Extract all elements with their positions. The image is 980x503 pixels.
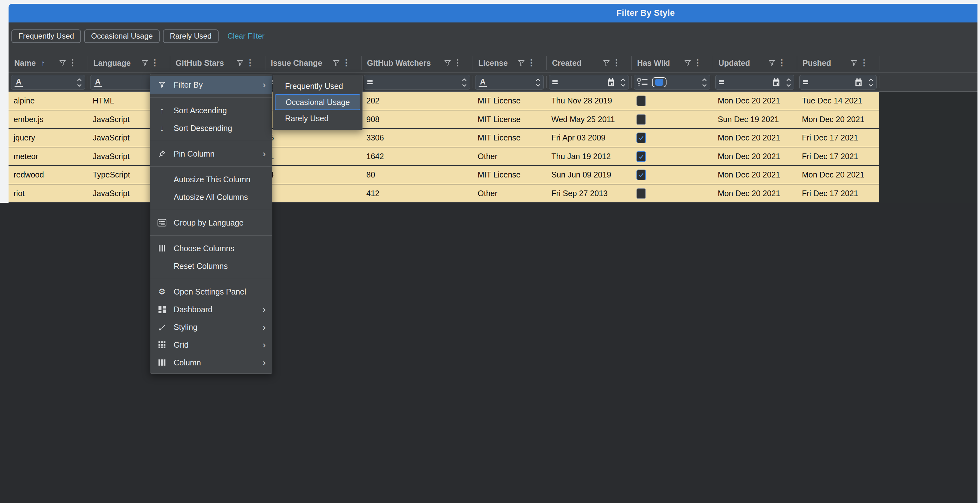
- table-row[interactable]: riot JavaScript 412 Other Fri Sep 27 201…: [8, 185, 879, 203]
- filter-options-spinner[interactable]: [620, 78, 626, 87]
- menu-item-group-by-language[interactable]: Group by Language: [150, 214, 272, 232]
- menu-item-choose-columns[interactable]: Choose Columns: [150, 239, 272, 257]
- github-watchers-filter-input[interactable]: [364, 75, 470, 89]
- column-header-updated[interactable]: Updated ⋮: [713, 53, 797, 73]
- cell-updated: Mon Dec 20 2021: [713, 185, 797, 202]
- has-wiki-filter-input[interactable]: [634, 75, 710, 89]
- menu-item-sort-ascending[interactable]: ↑ Sort Ascending: [150, 102, 272, 119]
- menu-item-sort-descending[interactable]: ↓ Sort Descending: [150, 119, 272, 137]
- column-menu-icon[interactable]: ⋮: [612, 57, 620, 68]
- calendar-icon[interactable]: [855, 78, 862, 87]
- grid-icon: [150, 341, 173, 349]
- table-row[interactable]: alpine HTML 202 MIT License Thu Nov 28 2…: [8, 92, 879, 110]
- column-label: GitHub Stars: [175, 59, 224, 68]
- menu-item-label: Dashboard: [173, 305, 262, 314]
- filter-button-frequently-used[interactable]: Frequently Used: [11, 29, 81, 43]
- column-header-created[interactable]: Created ⋮: [546, 53, 632, 73]
- table-row[interactable]: ember.js JavaScript 908 MIT License Wed …: [8, 110, 879, 129]
- submenu-item-rarely-used[interactable]: Rarely Used: [273, 110, 362, 127]
- filter-icon[interactable]: [236, 59, 244, 67]
- filter-icon[interactable]: [768, 59, 776, 67]
- filter-button-occasional-usage[interactable]: Occasional Usage: [84, 29, 160, 43]
- menu-item-autosize-all-columns[interactable]: Autosize All Columns: [150, 188, 272, 206]
- menu-item-open-settings-panel[interactable]: ⚙ Open Settings Panel: [150, 283, 272, 301]
- column-header-name[interactable]: Name ↑ ⋮: [8, 53, 88, 73]
- filter-separator: [473, 76, 473, 88]
- submenu-item-frequently-used[interactable]: Frequently Used: [273, 78, 362, 94]
- column-header-pushed[interactable]: Pushed ⋮: [797, 53, 879, 73]
- filter-icon[interactable]: [684, 59, 692, 67]
- column-header-license[interactable]: License ⋮: [473, 53, 546, 73]
- page-dark-section: [0, 203, 977, 503]
- cell-license: MIT License: [473, 166, 546, 183]
- column-menu-icon[interactable]: ⋮: [246, 57, 255, 68]
- submenu-item-occasional-usage[interactable]: Occasional Usage: [275, 94, 360, 110]
- column-menu-icon[interactable]: ⋮: [527, 57, 536, 68]
- header-separator: [879, 56, 880, 70]
- column-header-issue-change[interactable]: Issue Change ⋮: [265, 53, 361, 73]
- filter-icon[interactable]: [141, 59, 149, 67]
- filter-icon[interactable]: [850, 59, 858, 67]
- updated-filter-input[interactable]: [715, 75, 794, 89]
- has-wiki-checkbox[interactable]: [636, 114, 646, 125]
- menu-item-styling[interactable]: Styling ›: [150, 318, 272, 336]
- has-wiki-checkbox[interactable]: [636, 170, 646, 180]
- menu-item-grid[interactable]: Grid ›: [150, 336, 272, 354]
- filter-options-spinner[interactable]: [868, 78, 873, 87]
- has-wiki-checkbox[interactable]: [636, 96, 646, 106]
- column-menu-icon[interactable]: ⋮: [342, 57, 350, 68]
- boolean-toggle[interactable]: [652, 77, 667, 87]
- menu-item-pin-column[interactable]: Pin Column ›: [150, 145, 272, 162]
- menu-item-label: Filter By: [173, 80, 262, 89]
- created-filter-input[interactable]: [549, 75, 629, 89]
- clear-filter-link[interactable]: Clear Filter: [228, 32, 264, 40]
- column-menu-icon[interactable]: ⋮: [694, 57, 702, 68]
- filter-options-spinner[interactable]: [702, 78, 707, 87]
- column-menu-icon[interactable]: ⋮: [151, 57, 159, 68]
- menu-item-label: Reset Columns: [173, 262, 272, 271]
- has-wiki-checkbox[interactable]: [636, 151, 646, 162]
- calendar-icon[interactable]: [607, 78, 615, 87]
- menu-item-autosize-this-column[interactable]: Autosize This Column: [150, 170, 272, 188]
- menu-item-column[interactable]: Column ›: [150, 354, 272, 371]
- column-header-github-stars[interactable]: GitHub Stars ⋮: [170, 53, 265, 73]
- menu-item-filter-by[interactable]: Filter By ›: [150, 76, 272, 94]
- column-menu-icon[interactable]: ⋮: [453, 57, 462, 68]
- pushed-filter-input[interactable]: [799, 75, 877, 89]
- text-filter-icon: A: [479, 78, 487, 87]
- menu-item-dashboard[interactable]: Dashboard ›: [150, 301, 272, 318]
- has-wiki-checkbox[interactable]: [636, 188, 646, 199]
- filter-button-rarely-used[interactable]: Rarely Used: [163, 29, 219, 43]
- column-header-has-wiki[interactable]: Has Wiki ⋮: [632, 53, 713, 73]
- menu-item-label: Styling: [173, 323, 262, 332]
- column-header-language[interactable]: Language ⋮: [88, 53, 170, 73]
- menu-item-reset-columns[interactable]: Reset Columns: [150, 257, 272, 275]
- column-menu-icon[interactable]: ⋮: [778, 57, 786, 68]
- menu-item-label: Sort Ascending: [173, 106, 272, 115]
- filter-icon[interactable]: [59, 59, 67, 67]
- column-label: GitHub Watchers: [367, 59, 431, 68]
- cell-license: MIT License: [473, 129, 546, 146]
- column-menu-icon[interactable]: ⋮: [860, 57, 868, 68]
- column-menu-icon[interactable]: ⋮: [68, 57, 77, 68]
- filter-options-spinner[interactable]: [77, 78, 82, 87]
- license-filter-input[interactable]: A: [475, 75, 544, 89]
- filter-options-spinner[interactable]: [786, 78, 791, 87]
- filter-icon[interactable]: [332, 59, 340, 67]
- filter-icon[interactable]: [444, 59, 452, 67]
- has-wiki-checkbox[interactable]: [636, 132, 646, 143]
- column-header-github-watchers[interactable]: GitHub Watchers ⋮: [361, 53, 473, 73]
- cell-license: Other: [473, 147, 546, 165]
- filter-toolbar: Frequently Used Occasional Usage Rarely …: [11, 29, 264, 43]
- filter-options-spinner[interactable]: [536, 78, 541, 87]
- filter-icon[interactable]: [517, 59, 525, 67]
- calendar-icon[interactable]: [773, 78, 780, 87]
- filter-options-spinner[interactable]: [462, 78, 467, 87]
- table-row[interactable]: meteor JavaScript 1 1642 Other Thu Jan 1…: [8, 147, 879, 166]
- page-title-text: Filter By Style: [617, 8, 675, 18]
- filter-icon[interactable]: [602, 59, 611, 67]
- table-row[interactable]: jquery JavaScript 5 3306 MIT License Fri…: [8, 129, 879, 147]
- cell-created: Thu Jan 19 2012: [546, 147, 632, 165]
- table-row[interactable]: redwood TypeScript 4 80 MIT License Sun …: [8, 166, 879, 185]
- name-filter-input[interactable]: A: [11, 75, 85, 89]
